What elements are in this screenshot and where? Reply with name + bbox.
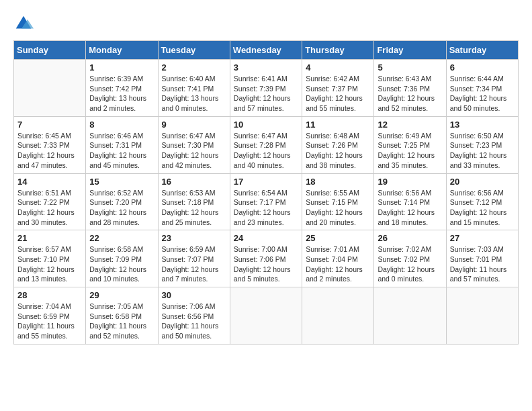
calendar-cell: 3Sunrise: 6:41 AMSunset: 7:39 PMDaylight… — [230, 60, 302, 117]
calendar-cell: 8Sunrise: 6:46 AMSunset: 7:31 PMDaylight… — [86, 116, 158, 173]
day-number: 29 — [89, 290, 154, 300]
calendar-cell: 27Sunrise: 7:03 AMSunset: 7:01 PMDayligh… — [446, 230, 518, 287]
calendar-header-row: SundayMondayTuesdayWednesdayThursdayFrid… — [14, 41, 519, 60]
day-number: 5 — [378, 62, 442, 73]
calendar-cell: 29Sunrise: 7:05 AMSunset: 6:58 PMDayligh… — [86, 287, 158, 345]
calendar-table: SundayMondayTuesdayWednesdayThursdayFrid… — [13, 40, 519, 345]
day-info: Sunrise: 6:43 AMSunset: 7:36 PMDaylight:… — [378, 74, 442, 113]
day-info: Sunrise: 6:59 AMSunset: 7:07 PMDaylight:… — [162, 244, 226, 284]
day-info: Sunrise: 7:06 AMSunset: 6:56 PMDaylight:… — [162, 302, 226, 341]
day-number: 21 — [17, 233, 82, 243]
day-info: Sunrise: 7:00 AMSunset: 7:06 PMDaylight:… — [234, 244, 298, 284]
day-number: 8 — [89, 120, 154, 130]
day-number: 15 — [89, 177, 154, 187]
day-number: 19 — [378, 177, 442, 187]
day-info: Sunrise: 7:05 AMSunset: 6:58 PMDaylight:… — [89, 302, 154, 341]
calendar-cell: 10Sunrise: 6:47 AMSunset: 7:28 PMDayligh… — [230, 116, 302, 173]
calendar-cell: 2Sunrise: 6:40 AMSunset: 7:41 PMDaylight… — [158, 60, 230, 117]
calendar-cell: 25Sunrise: 7:01 AMSunset: 7:04 PMDayligh… — [302, 230, 374, 287]
day-number: 22 — [89, 233, 154, 243]
calendar-cell: 13Sunrise: 6:50 AMSunset: 7:23 PMDayligh… — [446, 116, 518, 173]
day-info: Sunrise: 6:55 AMSunset: 7:15 PMDaylight:… — [306, 188, 370, 228]
day-number: 23 — [162, 233, 226, 243]
calendar-cell — [230, 287, 302, 345]
day-number: 30 — [162, 290, 226, 300]
day-number: 16 — [162, 177, 226, 187]
day-info: Sunrise: 6:49 AMSunset: 7:25 PMDaylight:… — [378, 131, 442, 171]
day-number: 2 — [162, 62, 226, 73]
logo — [13, 13, 36, 34]
calendar-cell: 16Sunrise: 6:53 AMSunset: 7:18 PMDayligh… — [158, 173, 230, 230]
day-number: 12 — [378, 120, 442, 130]
calendar-week-row: 14Sunrise: 6:51 AMSunset: 7:22 PMDayligh… — [14, 173, 519, 230]
calendar-cell: 18Sunrise: 6:55 AMSunset: 7:15 PMDayligh… — [302, 173, 374, 230]
day-info: Sunrise: 6:51 AMSunset: 7:22 PMDaylight:… — [17, 188, 82, 228]
day-info: Sunrise: 6:52 AMSunset: 7:20 PMDaylight:… — [89, 188, 154, 228]
column-header-saturday: Saturday — [446, 41, 518, 60]
day-info: Sunrise: 7:01 AMSunset: 7:04 PMDaylight:… — [306, 244, 370, 284]
logo-icon — [13, 13, 34, 34]
day-info: Sunrise: 6:45 AMSunset: 7:33 PMDaylight:… — [17, 131, 82, 171]
day-info: Sunrise: 6:47 AMSunset: 7:28 PMDaylight:… — [234, 131, 298, 171]
day-info: Sunrise: 6:56 AMSunset: 7:12 PMDaylight:… — [450, 188, 515, 228]
day-number: 20 — [450, 177, 515, 187]
calendar-cell: 24Sunrise: 7:00 AMSunset: 7:06 PMDayligh… — [230, 230, 302, 287]
calendar-cell: 1Sunrise: 6:39 AMSunset: 7:42 PMDaylight… — [86, 60, 158, 117]
calendar-cell — [446, 287, 518, 345]
calendar-week-row: 1Sunrise: 6:39 AMSunset: 7:42 PMDaylight… — [14, 60, 519, 117]
column-header-thursday: Thursday — [302, 41, 374, 60]
day-number: 3 — [234, 62, 298, 73]
calendar-week-row: 7Sunrise: 6:45 AMSunset: 7:33 PMDaylight… — [14, 116, 519, 173]
day-number: 6 — [450, 62, 515, 73]
calendar-cell: 5Sunrise: 6:43 AMSunset: 7:36 PMDaylight… — [374, 60, 446, 117]
calendar-cell: 9Sunrise: 6:47 AMSunset: 7:30 PMDaylight… — [158, 116, 230, 173]
calendar-cell: 20Sunrise: 6:56 AMSunset: 7:12 PMDayligh… — [446, 173, 518, 230]
calendar-cell: 15Sunrise: 6:52 AMSunset: 7:20 PMDayligh… — [86, 173, 158, 230]
day-info: Sunrise: 6:58 AMSunset: 7:09 PMDaylight:… — [89, 244, 154, 284]
day-number: 14 — [17, 177, 82, 187]
calendar-cell: 30Sunrise: 7:06 AMSunset: 6:56 PMDayligh… — [158, 287, 230, 345]
calendar-cell: 22Sunrise: 6:58 AMSunset: 7:09 PMDayligh… — [86, 230, 158, 287]
column-header-friday: Friday — [374, 41, 446, 60]
calendar-cell: 14Sunrise: 6:51 AMSunset: 7:22 PMDayligh… — [14, 173, 86, 230]
day-info: Sunrise: 6:48 AMSunset: 7:26 PMDaylight:… — [306, 131, 370, 171]
day-info: Sunrise: 6:40 AMSunset: 7:41 PMDaylight:… — [162, 74, 226, 113]
calendar-cell: 23Sunrise: 6:59 AMSunset: 7:07 PMDayligh… — [158, 230, 230, 287]
day-number: 17 — [234, 177, 298, 187]
day-info: Sunrise: 6:54 AMSunset: 7:17 PMDaylight:… — [234, 188, 298, 228]
day-number: 13 — [450, 120, 515, 130]
calendar-week-row: 21Sunrise: 6:57 AMSunset: 7:10 PMDayligh… — [14, 230, 519, 287]
calendar-cell — [14, 60, 86, 117]
day-info: Sunrise: 6:41 AMSunset: 7:39 PMDaylight:… — [234, 74, 298, 113]
calendar-cell: 28Sunrise: 7:04 AMSunset: 6:59 PMDayligh… — [14, 287, 86, 345]
day-info: Sunrise: 6:56 AMSunset: 7:14 PMDaylight:… — [378, 188, 442, 228]
day-number: 25 — [306, 233, 370, 243]
calendar-cell: 26Sunrise: 7:02 AMSunset: 7:02 PMDayligh… — [374, 230, 446, 287]
calendar-cell — [374, 287, 446, 345]
day-info: Sunrise: 6:57 AMSunset: 7:10 PMDaylight:… — [17, 244, 82, 284]
calendar-cell: 17Sunrise: 6:54 AMSunset: 7:17 PMDayligh… — [230, 173, 302, 230]
day-info: Sunrise: 6:42 AMSunset: 7:37 PMDaylight:… — [306, 74, 370, 113]
calendar-cell: 7Sunrise: 6:45 AMSunset: 7:33 PMDaylight… — [14, 116, 86, 173]
day-number: 1 — [89, 62, 154, 73]
column-header-sunday: Sunday — [14, 41, 86, 60]
day-info: Sunrise: 6:46 AMSunset: 7:31 PMDaylight:… — [89, 131, 154, 171]
day-number: 28 — [17, 290, 82, 300]
day-info: Sunrise: 7:04 AMSunset: 6:59 PMDaylight:… — [17, 302, 82, 341]
day-number: 7 — [17, 120, 82, 130]
calendar-cell: 4Sunrise: 6:42 AMSunset: 7:37 PMDaylight… — [302, 60, 374, 117]
day-info: Sunrise: 6:47 AMSunset: 7:30 PMDaylight:… — [162, 131, 226, 171]
day-info: Sunrise: 6:53 AMSunset: 7:18 PMDaylight:… — [162, 188, 226, 228]
column-header-monday: Monday — [86, 41, 158, 60]
day-info: Sunrise: 6:50 AMSunset: 7:23 PMDaylight:… — [450, 131, 515, 171]
day-number: 26 — [378, 233, 442, 243]
calendar-cell: 21Sunrise: 6:57 AMSunset: 7:10 PMDayligh… — [14, 230, 86, 287]
day-number: 18 — [306, 177, 370, 187]
day-info: Sunrise: 7:03 AMSunset: 7:01 PMDaylight:… — [450, 244, 515, 284]
day-number: 10 — [234, 120, 298, 130]
calendar-cell: 19Sunrise: 6:56 AMSunset: 7:14 PMDayligh… — [374, 173, 446, 230]
day-number: 11 — [306, 120, 370, 130]
column-header-tuesday: Tuesday — [158, 41, 230, 60]
calendar-week-row: 28Sunrise: 7:04 AMSunset: 6:59 PMDayligh… — [14, 287, 519, 345]
day-info: Sunrise: 7:02 AMSunset: 7:02 PMDaylight:… — [378, 244, 442, 284]
